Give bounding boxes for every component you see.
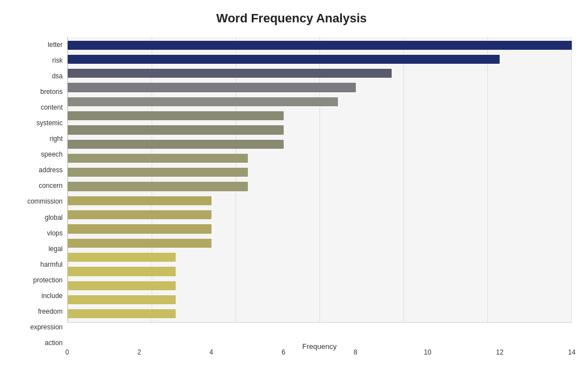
bar-row bbox=[68, 236, 572, 250]
y-label: vlops bbox=[47, 230, 63, 237]
y-label: commission bbox=[27, 198, 63, 205]
y-label: systemic bbox=[36, 120, 63, 126]
y-label: freedom bbox=[38, 308, 63, 315]
y-label: letter bbox=[48, 41, 63, 48]
x-axis-label: 4 bbox=[209, 348, 213, 356]
chart-area: letterriskdsabretonscontentsystemicright… bbox=[11, 37, 572, 351]
y-label: bretons bbox=[40, 88, 63, 95]
y-label: speech bbox=[41, 151, 63, 158]
bar bbox=[68, 83, 356, 92]
chart-container: Word Frequency Analysis letterriskdsabre… bbox=[0, 0, 583, 392]
y-axis-labels: letterriskdsabretonscontentsystemicright… bbox=[11, 37, 67, 351]
x-axis-label: 12 bbox=[496, 348, 503, 356]
bar bbox=[68, 253, 176, 262]
bar bbox=[68, 309, 176, 318]
bar-row bbox=[68, 108, 572, 122]
bar bbox=[68, 210, 211, 219]
chart-title: Word Frequency Analysis bbox=[11, 11, 572, 26]
bar-row bbox=[68, 151, 572, 165]
bar-row bbox=[68, 52, 572, 66]
bar bbox=[68, 55, 500, 64]
y-label: global bbox=[45, 214, 63, 221]
bar-row bbox=[68, 123, 572, 137]
y-label: concern bbox=[39, 182, 63, 189]
y-label: harmful bbox=[40, 261, 63, 268]
y-label: risk bbox=[52, 57, 63, 64]
y-label: content bbox=[41, 104, 63, 111]
bar-row bbox=[68, 137, 572, 151]
bar-row bbox=[68, 292, 572, 306]
bar-row bbox=[68, 67, 572, 81]
x-axis-label: 0 bbox=[65, 348, 69, 356]
bar bbox=[68, 267, 176, 276]
bar bbox=[68, 224, 211, 233]
y-label: right bbox=[50, 135, 63, 142]
bar-row bbox=[68, 250, 572, 264]
y-label: dsa bbox=[52, 73, 63, 79]
x-axis-label: 8 bbox=[354, 348, 358, 356]
y-label: legal bbox=[49, 245, 63, 252]
bar-row bbox=[68, 193, 572, 207]
bar bbox=[68, 69, 392, 78]
x-axis-area: 02468101214 bbox=[67, 323, 572, 339]
bar bbox=[68, 125, 284, 134]
bar bbox=[68, 168, 248, 177]
bar bbox=[68, 140, 284, 149]
bar bbox=[68, 196, 211, 205]
bar bbox=[68, 41, 572, 50]
x-axis-label: 10 bbox=[424, 348, 431, 356]
bar-row bbox=[68, 166, 572, 180]
bar bbox=[68, 239, 211, 248]
y-label: include bbox=[41, 292, 63, 299]
bar-row bbox=[68, 208, 572, 222]
bar-row bbox=[68, 180, 572, 193]
bar-row bbox=[68, 38, 572, 52]
y-label: expression bbox=[30, 324, 63, 330]
bar-row bbox=[68, 95, 572, 108]
bar bbox=[68, 295, 176, 304]
bar-row bbox=[68, 307, 572, 321]
bar bbox=[68, 154, 248, 163]
bar bbox=[68, 97, 338, 106]
y-label: protection bbox=[33, 277, 63, 284]
bar bbox=[68, 111, 284, 120]
y-label: action bbox=[45, 339, 63, 346]
x-axis-label: 2 bbox=[138, 348, 142, 356]
bar-row bbox=[68, 278, 572, 292]
bar bbox=[68, 182, 248, 191]
bar bbox=[68, 281, 176, 290]
bar-row bbox=[68, 81, 572, 95]
bar-row bbox=[68, 265, 572, 278]
bar-row bbox=[68, 222, 572, 236]
plot-area bbox=[67, 37, 572, 323]
bars-container bbox=[68, 37, 572, 322]
y-label: address bbox=[39, 167, 63, 173]
x-axis-label: 6 bbox=[281, 348, 285, 356]
x-axis-label: 14 bbox=[568, 348, 575, 356]
